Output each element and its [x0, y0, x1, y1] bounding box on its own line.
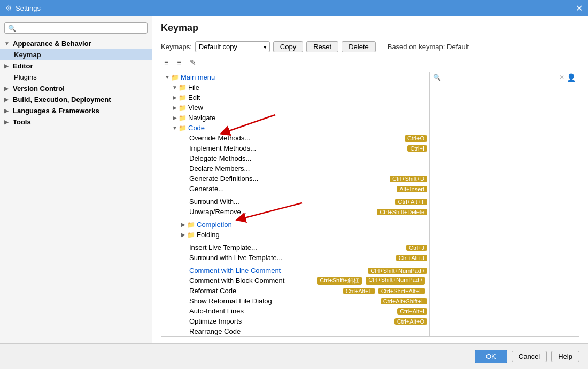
tree-area[interactable]: ▼ 📁 Main menu ▼ 📁 File ▶ [161, 72, 430, 337]
tree-toolbar: ≡ ≡ ✎ [161, 57, 579, 68]
separator-3 [183, 241, 419, 241]
tree-item-file[interactable]: ▼ 📁 File [161, 82, 429, 92]
expand-view: ▶ [171, 105, 179, 111]
settings-icon: ⚙ [5, 4, 12, 12]
help-button[interactable]: Help [551, 351, 579, 362]
label-block-comment: Comment with Block Comment [189, 277, 284, 285]
tree-item-main-menu[interactable]: ▼ 📁 Main menu [161, 72, 429, 82]
copy-button[interactable]: Copy [273, 41, 303, 52]
shortcut-unwrap: Ctrl+Shift+Delete [377, 209, 427, 215]
sidebar-item-version-control[interactable]: ▶ Version Control [0, 83, 152, 94]
expand-icon-lang: ▶ [4, 108, 11, 114]
tree-item-reformat-dialog[interactable]: Show Reformat File Dialog Ctrl+Alt+Shift… [161, 296, 429, 306]
keymap-select-wrap[interactable]: Default copy [195, 41, 270, 52]
sidebar: 🔍 ▼ Appearance & Behavior Keymap ▶ Edito… [0, 16, 152, 343]
keymap-toolbar: Keymaps: Default copy Copy Reset Delete … [161, 41, 579, 52]
label-delegate: Delegate Methods... [189, 154, 429, 162]
sidebar-label-editor: Editor [13, 62, 33, 70]
tree-item-reformat[interactable]: Reformat Code Ctrl+Alt+L Ctrl+Shift+Alt+… [161, 286, 429, 296]
tree-item-declare[interactable]: Declare Members... [161, 163, 429, 174]
keymap-body: ▼ 📁 Main menu ▼ 📁 File ▶ [161, 72, 579, 337]
magnifier-icon: 🔍 [433, 74, 441, 81]
shortcut-generate: Alt+Insert [397, 186, 427, 192]
shortcut-block-comment-2: Ctrl+Shift+NumPad / [366, 277, 425, 285]
sidebar-item-appearance[interactable]: ▼ Appearance & Behavior [0, 38, 152, 49]
expand-folding: ▶ [180, 232, 187, 238]
tree-item-optimize[interactable]: Optimize Imports Ctrl+Alt+O [161, 316, 429, 326]
separator-2 [183, 218, 419, 218]
shortcut-insert-live: Ctrl+J [406, 245, 427, 251]
tree-item-view[interactable]: ▶ 📁 View [161, 103, 429, 113]
label-line-comment: Comment with Line Comment [189, 266, 281, 274]
expand-file: ▼ [171, 84, 179, 90]
label-auto-indent: Auto-Indent Lines [189, 307, 244, 315]
tree-item-code[interactable]: ▼ 📁 Code [161, 123, 429, 133]
expand-code: ▼ [171, 125, 179, 131]
cancel-button[interactable]: Cancel [512, 351, 547, 362]
tree-item-gen-defs[interactable]: Generate Definitions... Ctrl+Shift+D [161, 174, 429, 184]
folder-icon-folding: 📁 [187, 231, 195, 239]
keymap-dropdown[interactable]: Default copy [195, 41, 270, 52]
sidebar-item-languages[interactable]: ▶ Languages & Frameworks [0, 105, 152, 116]
expand-icon-editor: ▶ [4, 63, 11, 69]
expand-icon-build: ▶ [4, 97, 11, 103]
tree-item-folding[interactable]: ▶ 📁 Folding [161, 230, 429, 240]
sidebar-item-editor[interactable]: ▶ Editor [0, 60, 152, 72]
edit-shortcut-button[interactable]: ✎ [187, 57, 199, 68]
tree-item-navigate[interactable]: ▶ 📁 Navigate [161, 113, 429, 123]
tree-item-implement[interactable]: Implement Methods... Ctrl+I [161, 143, 429, 153]
separator-1 [183, 195, 419, 195]
reset-button[interactable]: Reset [306, 41, 338, 52]
keymap-label: Keymaps: [161, 43, 192, 51]
tree-item-completion[interactable]: ▶ 📁 Completion [161, 219, 429, 230]
sidebar-item-plugins[interactable]: Plugins [0, 72, 152, 83]
tree-item-generate[interactable]: Generate... Alt+Insert [161, 184, 429, 194]
based-on-label: Based on keymap: Default [388, 43, 469, 51]
tree-item-rearrange[interactable]: Rearrange Code [161, 326, 429, 336]
titlebar: ⚙ Settings ✕ [0, 0, 588, 16]
shortcut-gen-defs: Ctrl+Shift+D [390, 176, 427, 182]
sidebar-item-keymap[interactable]: Keymap [0, 49, 152, 60]
folder-icon-code: 📁 [179, 124, 187, 132]
expand-icon-vc: ▶ [4, 85, 11, 91]
sidebar-item-build[interactable]: ▶ Build, Execution, Deployment [0, 94, 152, 105]
label-reformat-dialog: Show Reformat File Dialog [189, 297, 272, 305]
label-completion: Completion [197, 221, 429, 229]
label-edit: Edit [188, 93, 429, 101]
shortcut-search-area: 🔍 ✕ 👤 [430, 72, 579, 337]
sidebar-label-appearance: Appearance & Behavior [13, 40, 91, 48]
close-button[interactable]: ✕ [576, 3, 583, 13]
label-optimize: Optimize Imports [189, 317, 242, 325]
label-override: Override Methods... [189, 134, 250, 142]
user-icon[interactable]: 👤 [567, 73, 576, 82]
sidebar-label-build: Build, Execution, Deployment [13, 96, 111, 104]
tree-item-unwrap[interactable]: Unwrap/Remove... Ctrl+Shift+Delete [161, 207, 429, 217]
ok-button[interactable]: OK [475, 350, 507, 363]
sidebar-label-lang: Languages & Frameworks [13, 107, 99, 115]
folder-icon-completion: 📁 [187, 221, 195, 229]
expand-all-button[interactable]: ≡ [161, 57, 172, 68]
tree-item-insert-live[interactable]: Insert Live Template... Ctrl+J [161, 242, 429, 253]
tree-item-auto-indent[interactable]: Auto-Indent Lines Ctrl+Alt+I [161, 306, 429, 316]
tree-item-edit[interactable]: ▶ 📁 Edit [161, 92, 429, 103]
delete-button[interactable]: Delete [342, 41, 376, 52]
tree-item-surround-live[interactable]: Surround with Live Template... Ctrl+Alt+… [161, 253, 429, 263]
sidebar-search[interactable]: 🔍 [4, 22, 148, 34]
clear-search-icon[interactable]: ✕ [559, 74, 564, 81]
tree-item-surround[interactable]: Surround With... Ctrl+Alt+T [161, 197, 429, 207]
collapse-all-button[interactable]: ≡ [174, 57, 184, 68]
shortcut-search-input[interactable] [441, 74, 559, 81]
tree-item-line-comment[interactable]: Comment with Line Comment Ctrl+Shift+Num… [161, 265, 429, 276]
label-rearrange: Rearrange Code [189, 327, 429, 335]
tree-item-block-comment[interactable]: Comment with Block Comment Ctrl+Shift+斜杠… [161, 276, 429, 286]
folder-icon-navigate: 📁 [179, 114, 187, 122]
folder-icon-file: 📁 [179, 84, 187, 91]
shortcut-implement: Ctrl+I [407, 145, 427, 152]
sidebar-item-tools[interactable]: ▶ Tools [0, 116, 152, 128]
shortcut-surround: Ctrl+Alt+T [395, 199, 427, 205]
tree-item-delegate[interactable]: Delegate Methods... [161, 153, 429, 163]
tree-item-override[interactable]: Override Methods... Ctrl+O [161, 133, 429, 143]
sidebar-search-input[interactable] [16, 24, 144, 32]
shortcut-search-bar[interactable]: 🔍 ✕ 👤 [430, 72, 579, 83]
label-main-menu: Main menu [181, 73, 429, 81]
